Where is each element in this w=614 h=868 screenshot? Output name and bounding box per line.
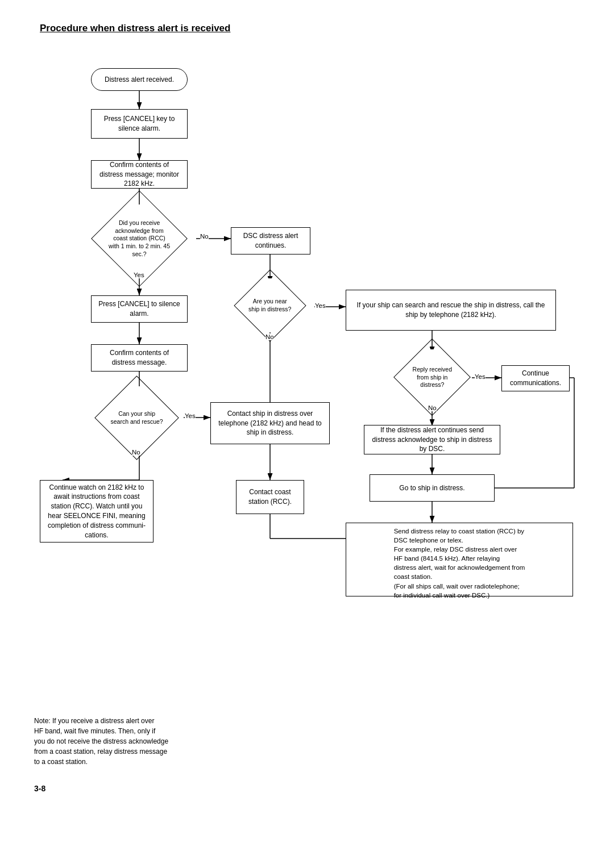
label-no-2: No (132, 449, 140, 456)
box-search-rescue-action: If your ship can search and rescue the s… (346, 290, 556, 331)
box-send-ack: If the distress alert continues send dis… (364, 425, 500, 454)
box-relay: Send distress relay to coast station (RC… (346, 523, 573, 596)
start-node: Distress alert received. (91, 68, 188, 91)
label-no-1: No (200, 233, 209, 240)
diamond-search-rescue: Can your ship search and rescue? (91, 386, 182, 449)
box-dsc-continues: DSC distress alert continues. (231, 227, 310, 254)
diamond-acknowledge: Did you receive acknowledge from coast s… (85, 205, 193, 273)
box-press-cancel-1: Press [CANCEL] key to silence alarm. (91, 109, 188, 139)
box-contact-coast: Contact coast station (RCC). (236, 480, 304, 514)
diamond-reply-received: Reply received from ship in distress? (392, 349, 472, 405)
box-continue-comm: Continue communications. (501, 365, 570, 391)
label-yes-2: Yes (185, 412, 196, 419)
arrows-svg (34, 51, 580, 704)
label-no-3: No (265, 333, 274, 340)
footnote: Note: If you receive a distress alert ov… (34, 716, 262, 767)
box-confirm-contents-2: Confirm contents of distress message. (91, 344, 188, 372)
box-continue-watch: Continue watch on 2182 kHz to await inst… (40, 480, 154, 542)
box-confirm-contents-1: Confirm contents of distress message; mo… (91, 160, 188, 189)
page-number: 3-8 (34, 784, 586, 793)
label-yes-1: Yes (134, 272, 144, 278)
label-yes-3: Yes (315, 302, 326, 309)
flowchart: Distress alert received. Press [CANCEL] … (34, 51, 580, 704)
page-title: Procedure when distress alert is receive… (40, 23, 586, 34)
label-no-4: No (428, 404, 437, 411)
box-press-cancel-2: Press [CANCEL] to silence alarm. (91, 295, 188, 323)
box-goto-ship: Go to ship in distress. (370, 474, 495, 502)
label-yes-4: Yes (475, 373, 486, 380)
box-contact-ship: Contact ship in distress over telephone … (210, 402, 330, 444)
diamond-near-ship: Are you near ship in distress? (236, 278, 304, 332)
